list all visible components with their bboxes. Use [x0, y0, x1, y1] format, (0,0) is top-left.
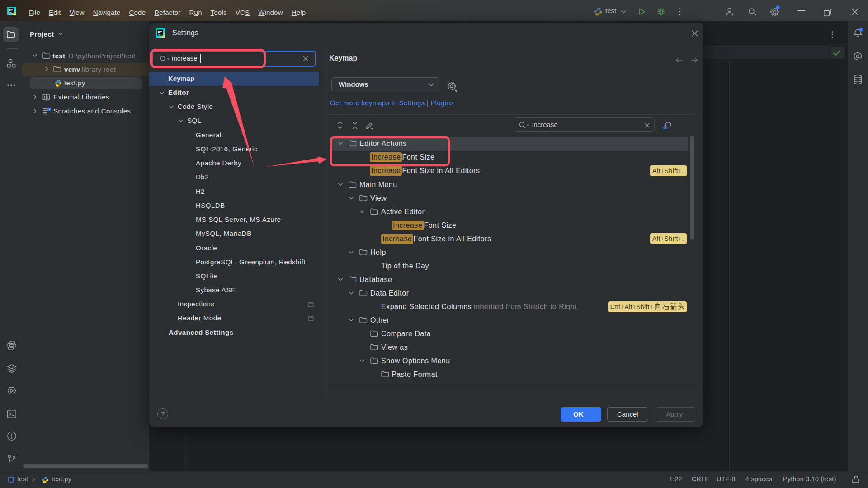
svg-text:PC: PC — [9, 9, 13, 12]
svg-text:PC: PC — [158, 31, 162, 34]
